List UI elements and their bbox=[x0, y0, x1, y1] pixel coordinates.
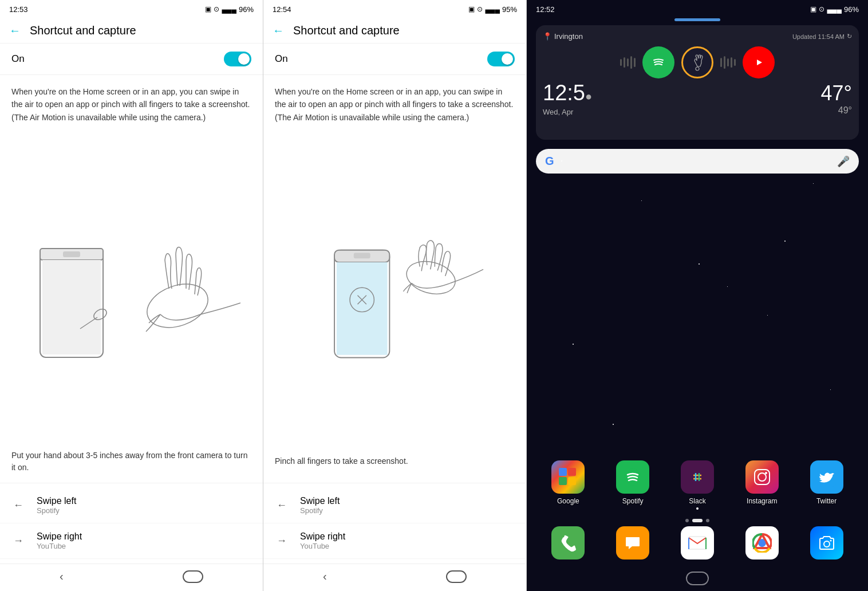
weather-left: 12:5● Wed, Apr bbox=[543, 81, 592, 116]
slack-icon[interactable] bbox=[681, 460, 714, 494]
top-bar-1: ← Shortcut and capture bbox=[0, 18, 263, 44]
camera-icon[interactable] bbox=[810, 526, 843, 560]
wave-bar bbox=[620, 59, 622, 66]
weather-app-shortcuts bbox=[543, 46, 852, 78]
dock-item-phone[interactable] bbox=[551, 526, 585, 560]
signal-icon-home: ▄▄▄ bbox=[827, 5, 842, 13]
time-home: 12:52 bbox=[536, 5, 555, 14]
back-button-2[interactable]: ← bbox=[273, 24, 284, 37]
caption-1: Put your hand about 3-5 inches away from… bbox=[0, 443, 263, 483]
wave-bar bbox=[624, 57, 625, 68]
shortcut-list-1: ← Swipe left Spotify → Swipe right YouTu… bbox=[0, 483, 263, 564]
time-2: 12:54 bbox=[273, 5, 291, 14]
illustration-pinch bbox=[263, 134, 526, 448]
arrow-left-icon-2: ← bbox=[275, 499, 289, 511]
spotify-icon[interactable] bbox=[616, 460, 649, 494]
gmail-icon[interactable] bbox=[681, 526, 714, 560]
back-button-1[interactable]: ← bbox=[9, 24, 21, 37]
sim-icon-2: ▣ bbox=[468, 5, 475, 13]
phone-logo-svg bbox=[559, 534, 577, 551]
svg-point-23 bbox=[758, 473, 766, 481]
home-bottom-nav bbox=[527, 572, 868, 591]
messages-logo-svg bbox=[624, 534, 641, 551]
instagram-label: Instagram bbox=[747, 497, 777, 505]
svg-rect-19 bbox=[568, 477, 576, 485]
back-nav-1[interactable]: ‹ bbox=[60, 570, 64, 583]
toggle-row-2: On bbox=[263, 44, 526, 75]
app-item-spotify[interactable]: Spotify bbox=[613, 460, 653, 505]
app-label-3: Spotify bbox=[300, 506, 340, 515]
svg-rect-21 bbox=[691, 470, 704, 484]
wave-bar bbox=[724, 56, 725, 69]
weather-youtube-icon[interactable] bbox=[743, 46, 775, 78]
messages-icon[interactable] bbox=[616, 526, 649, 560]
svg-point-31 bbox=[830, 540, 831, 542]
battery-1: 96% bbox=[239, 5, 254, 14]
home-nav-1[interactable] bbox=[183, 570, 203, 583]
app-row-main: Google Spotify bbox=[536, 460, 859, 505]
weather-date: Wed, Apr bbox=[543, 108, 592, 116]
svg-rect-9 bbox=[336, 262, 387, 355]
arrow-left-icon-1: ← bbox=[11, 499, 25, 511]
wave-bar bbox=[720, 58, 722, 67]
twitter-icon[interactable] bbox=[810, 460, 843, 494]
weather-spotify-icon[interactable] bbox=[642, 46, 674, 78]
home-nav-2[interactable] bbox=[446, 570, 467, 583]
google-icon[interactable] bbox=[551, 460, 585, 494]
instagram-icon[interactable] bbox=[745, 460, 779, 494]
gesture-label-3: Swipe left bbox=[300, 496, 340, 506]
phone-icon[interactable] bbox=[551, 526, 585, 560]
chrome-icon[interactable] bbox=[745, 526, 779, 560]
shortcut-item-swipe-right-2[interactable]: → Swipe right YouTube bbox=[263, 523, 526, 559]
app-grid: Google Spotify bbox=[536, 460, 859, 511]
app-item-slack[interactable]: Slack bbox=[677, 460, 717, 505]
top-bar-2: ← Shortcut and capture bbox=[263, 18, 526, 44]
google-logo-svg bbox=[559, 468, 577, 486]
panel-shortcut-pinch: 12:54 ▣ ⊙ ▄▄▄ 95% ← Shortcut and capture… bbox=[263, 0, 527, 591]
dock-item-camera[interactable] bbox=[810, 526, 843, 560]
toggle-switch-1[interactable] bbox=[224, 52, 251, 66]
google-mic-icon[interactable]: 🎤 bbox=[837, 155, 850, 168]
twitter-label: Twitter bbox=[816, 497, 837, 505]
sim-icon-1: ▣ bbox=[205, 5, 211, 13]
shortcut-item-swipe-left-1[interactable]: ← Swipe left Spotify bbox=[0, 488, 263, 523]
shortcut-item-swipe-right-1[interactable]: → Swipe right YouTube bbox=[0, 523, 263, 559]
page-dots bbox=[685, 519, 709, 522]
panel-home-screen: 12:52 ▣ ⊙ ▄▄▄ 96% 📍 Irvington Updated 11… bbox=[527, 0, 868, 591]
shortcut-info-3: Swipe left Spotify bbox=[300, 496, 340, 515]
battery-2: 95% bbox=[502, 5, 517, 14]
shortcut-info-2: Swipe right YouTube bbox=[37, 531, 82, 550]
back-nav-2[interactable]: ‹ bbox=[323, 570, 327, 583]
dock-item-messages[interactable] bbox=[616, 526, 649, 560]
google-g-icon: G bbox=[545, 155, 554, 168]
app-item-instagram[interactable]: Instagram bbox=[742, 460, 782, 505]
app-item-google[interactable]: Google bbox=[548, 460, 588, 505]
arrow-right-icon-1: → bbox=[11, 535, 25, 547]
svg-rect-8 bbox=[353, 253, 370, 258]
star bbox=[830, 389, 831, 390]
app-label-4: YouTube bbox=[300, 542, 345, 550]
status-bar-2: 12:54 ▣ ⊙ ▄▄▄ 95% bbox=[263, 0, 526, 18]
svg-rect-18 bbox=[559, 477, 567, 485]
slack-label: Slack bbox=[689, 497, 705, 505]
dock-item-chrome[interactable] bbox=[745, 526, 779, 560]
weather-widget[interactable]: 📍 Irvington Updated 11:54 AM ↻ bbox=[536, 25, 859, 140]
app-item-twitter[interactable]: Twitter bbox=[807, 460, 847, 505]
weather-gesture-icon[interactable] bbox=[681, 46, 713, 78]
bottom-nav-2: ‹ bbox=[263, 564, 526, 591]
home-button[interactable] bbox=[686, 572, 709, 585]
svg-rect-3 bbox=[42, 260, 101, 354]
wifi-icon-2: ⊙ bbox=[477, 5, 483, 13]
svg-rect-22 bbox=[755, 470, 770, 484]
shortcut-item-swipe-left-2[interactable]: ← Swipe left Spotify bbox=[263, 488, 526, 523]
svg-point-12 bbox=[650, 54, 666, 70]
shortcut-info-4: Swipe right YouTube bbox=[300, 531, 345, 550]
star bbox=[573, 344, 574, 345]
dock-item-gmail[interactable] bbox=[681, 526, 714, 560]
weather-location: 📍 Irvington bbox=[543, 32, 583, 41]
wave-bar bbox=[731, 57, 732, 68]
twitter-logo-svg bbox=[817, 467, 837, 487]
google-search-bar[interactable]: G 🎤 bbox=[536, 149, 859, 174]
toggle-switch-2[interactable] bbox=[487, 52, 515, 66]
toggle-label-1: On bbox=[11, 53, 25, 65]
